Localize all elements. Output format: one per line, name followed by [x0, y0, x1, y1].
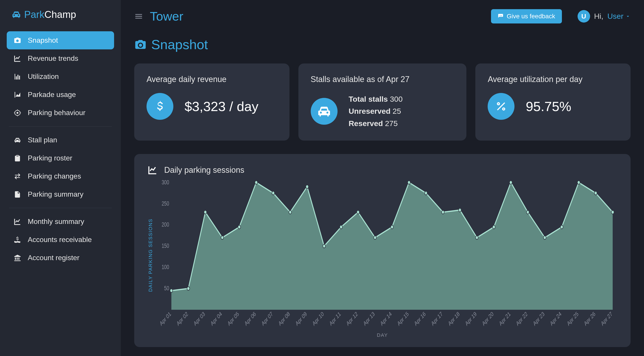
chat-icon — [498, 13, 504, 19]
svg-point-24 — [458, 208, 461, 212]
camera-icon — [14, 36, 22, 44]
sidebar-item-parking-changes[interactable]: Parking changes — [7, 167, 114, 185]
sidebar-item-label: Parking summary — [28, 190, 84, 198]
percent-icon — [488, 93, 514, 120]
svg-text:Apr 11: Apr 11 — [328, 311, 342, 327]
svg-text:Apr 10: Apr 10 — [311, 311, 325, 327]
svg-point-32 — [594, 191, 597, 195]
feedback-label: Give us feedback — [507, 13, 555, 20]
sidebar-item-snapshot[interactable]: Snapshot — [7, 31, 114, 49]
svg-point-22 — [424, 191, 427, 195]
sidebar-item-label: Revenue trends — [28, 54, 78, 62]
line-chart-icon — [148, 165, 158, 175]
svg-text:Apr 14: Apr 14 — [379, 311, 392, 327]
clipboard-icon — [14, 154, 22, 162]
svg-text:Apr 12: Apr 12 — [346, 311, 359, 327]
sidebar-item-parking-summary[interactable]: Parking summary — [7, 185, 114, 203]
chart-x-axis-label: DAY — [148, 332, 617, 338]
svg-point-15 — [306, 185, 308, 189]
camera-icon — [134, 38, 147, 51]
svg-text:Apr 03: Apr 03 — [192, 311, 206, 327]
svg-point-27 — [510, 181, 512, 184]
revenue-card: Average daily revenue $3,323 / day — [134, 63, 290, 141]
bank-icon — [14, 254, 22, 262]
svg-text:Apr 20: Apr 20 — [481, 311, 494, 327]
nav-divider — [9, 208, 112, 208]
menu-toggle-icon[interactable] — [134, 12, 143, 21]
sidebar-item-label: Stall plan — [28, 136, 57, 144]
svg-point-12 — [255, 181, 258, 184]
svg-point-13 — [272, 191, 274, 195]
card-title: Average utilization per day — [488, 75, 618, 84]
chart-card: Daily parking sessions DAILY PARKING SES… — [134, 154, 630, 347]
svg-text:Apr 08: Apr 08 — [277, 311, 291, 327]
svg-text:Apr 06: Apr 06 — [243, 311, 257, 327]
svg-text:Apr 19: Apr 19 — [464, 311, 478, 327]
svg-text:250: 250 — [162, 200, 169, 207]
svg-text:50: 50 — [164, 285, 169, 292]
svg-point-25 — [476, 236, 478, 239]
chart-plot: 50100150200250300Apr 01Apr 02Apr 03Apr 0… — [156, 179, 617, 331]
svg-text:Apr 27: Apr 27 — [600, 311, 613, 327]
utilization-value: 95.75% — [526, 99, 571, 114]
chart-y-axis-label: DAILY PARKING SESSIONS — [148, 179, 154, 331]
sidebar-item-parking-behaviour[interactable]: Parking behaviour — [7, 104, 114, 122]
svg-point-28 — [526, 210, 529, 214]
svg-text:Apr 07: Apr 07 — [260, 311, 274, 327]
page-location-title: Tower — [150, 9, 484, 23]
sidebar-item-label: Utilization — [28, 72, 59, 81]
svg-text:Apr 21: Apr 21 — [498, 311, 512, 327]
sidebar-item-account-register[interactable]: Account register — [7, 249, 114, 267]
chevron-down-icon — [625, 14, 630, 19]
svg-point-26 — [492, 225, 495, 229]
svg-text:Apr 25: Apr 25 — [566, 311, 579, 327]
sidebar-item-accounts-receivable[interactable]: Accounts receivable — [7, 231, 114, 249]
bar-chart-icon — [14, 73, 22, 81]
svg-point-16 — [323, 244, 326, 248]
dollar-icon — [146, 93, 173, 120]
svg-text:Apr 17: Apr 17 — [430, 311, 444, 327]
svg-point-31 — [577, 181, 580, 184]
nav-divider — [9, 126, 112, 126]
main-content: Tower Give us feedback U Hi, User — [121, 0, 644, 356]
car-icon — [14, 136, 22, 144]
revenue-value: $3,323 / day — [184, 99, 258, 114]
svg-text:200: 200 — [162, 221, 169, 228]
avatar: U — [578, 10, 590, 22]
brand-logo: ParkChamp — [7, 9, 114, 20]
svg-point-17 — [340, 225, 342, 229]
utilization-card: Average utilization per day 95.75% — [475, 63, 630, 141]
document-icon — [14, 190, 22, 198]
chart-title: Daily parking sessions — [164, 165, 244, 175]
sidebar-item-label: Parking behaviour — [28, 109, 86, 117]
sidebar-item-label: Monthly summary — [28, 217, 84, 226]
svg-text:Apr 24: Apr 24 — [549, 311, 562, 327]
hand-money-icon — [14, 236, 22, 244]
feedback-button[interactable]: Give us feedback — [491, 9, 562, 23]
svg-point-9 — [204, 210, 207, 214]
sidebar-item-stall-plan[interactable]: Stall plan — [7, 131, 114, 149]
brand-prefix: Park — [24, 9, 44, 20]
sidebar-item-parking-roster[interactable]: Parking roster — [7, 149, 114, 167]
card-title: Average daily revenue — [146, 75, 277, 84]
svg-point-33 — [611, 210, 614, 214]
sidebar-item-monthly-summary[interactable]: Monthly summary — [7, 213, 114, 231]
sidebar-item-revenue-trends[interactable]: Revenue trends — [7, 49, 114, 67]
svg-point-10 — [221, 236, 224, 239]
svg-point-8 — [187, 287, 190, 290]
svg-text:Apr 02: Apr 02 — [176, 311, 189, 327]
svg-text:Apr 18: Apr 18 — [447, 311, 460, 327]
user-menu[interactable]: U Hi, User — [578, 10, 630, 22]
greeting-text: Hi, — [594, 12, 604, 20]
svg-text:Apr 09: Apr 09 — [294, 311, 308, 327]
sidebar-item-parkade-usage[interactable]: Parkade usage — [7, 86, 114, 104]
svg-text:Apr 04: Apr 04 — [210, 311, 223, 327]
stalls-card: Stalls available as of Apr 27 Total stal… — [298, 63, 466, 141]
sidebar-item-utilization[interactable]: Utilization — [7, 67, 114, 86]
svg-text:Apr 13: Apr 13 — [362, 311, 376, 327]
card-title: Stalls available as of Apr 27 — [311, 75, 454, 84]
sidebar-item-label: Parking changes — [28, 172, 81, 180]
user-name-dropdown[interactable]: User — [607, 12, 630, 20]
nav-list: SnapshotRevenue trendsUtilizationParkade… — [7, 31, 114, 267]
summary-cards: Average daily revenue $3,323 / day Stall… — [134, 63, 630, 141]
